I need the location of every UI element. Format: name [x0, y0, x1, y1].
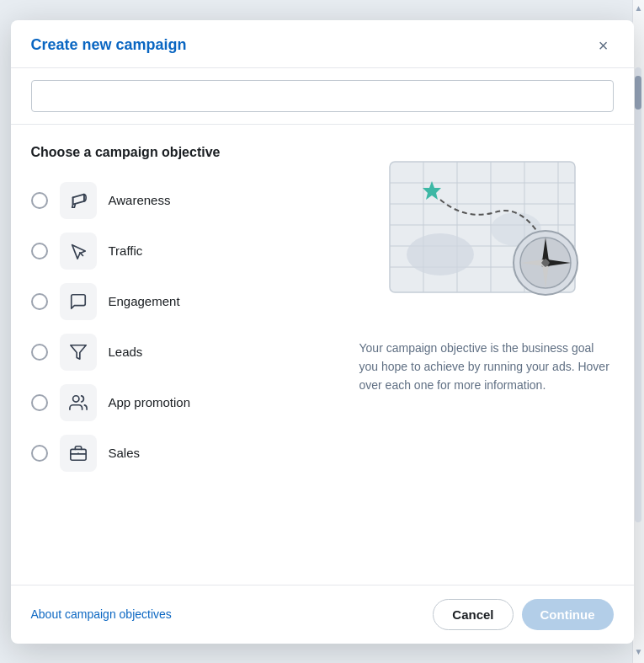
megaphone-icon — [69, 191, 88, 210]
section-title: Choose a campaign objective — [31, 145, 334, 160]
search-area — [11, 68, 634, 125]
modal-body: Choose a campaign objective — [11, 125, 634, 540]
objective-awareness[interactable]: Awareness — [31, 179, 334, 222]
campaign-illustration — [373, 153, 600, 322]
radio-traffic[interactable] — [31, 243, 48, 259]
scroll-up-arrow[interactable]: ▲ — [635, 0, 643, 16]
objective-leads[interactable]: Leads — [31, 330, 334, 374]
people-icon — [69, 393, 88, 412]
scroll-down-arrow[interactable]: ▼ — [635, 644, 643, 660]
create-campaign-modal: Create new campaign × Choose a campaign … — [11, 20, 634, 644]
right-column: Your campaign objective is the business … — [359, 145, 614, 520]
sales-label: Sales — [109, 446, 141, 460]
awareness-icon-box — [60, 182, 97, 219]
scrollbar-thumb[interactable] — [635, 76, 641, 110]
traffic-icon-box — [60, 233, 97, 270]
radio-awareness[interactable] — [31, 192, 48, 209]
close-button[interactable]: × — [593, 35, 614, 56]
filter-icon — [69, 343, 88, 361]
footer-buttons: Cancel Continue — [433, 599, 613, 630]
cursor-icon — [69, 242, 88, 260]
radio-leads[interactable] — [31, 344, 48, 361]
chat-icon — [69, 292, 88, 311]
objective-sales[interactable]: Sales — [31, 431, 334, 475]
modal-header: Create new campaign × — [11, 20, 634, 68]
objective-app-promotion[interactable]: App promotion — [31, 381, 334, 425]
svg-rect-2 — [70, 449, 85, 460]
engagement-label: Engagement — [109, 294, 180, 308]
app-promotion-label: App promotion — [109, 395, 191, 409]
modal-footer: About campaign objectives Cancel Continu… — [11, 585, 634, 644]
svg-point-1 — [72, 395, 78, 401]
svg-point-20 — [540, 258, 551, 268]
left-column: Choose a campaign objective — [31, 145, 334, 520]
svg-marker-0 — [70, 345, 85, 359]
objective-list: Awareness Traffic — [31, 179, 334, 475]
radio-sales[interactable] — [31, 445, 48, 462]
engagement-icon-box — [60, 283, 97, 320]
cancel-button[interactable]: Cancel — [433, 599, 513, 630]
modal-overlay: ▲ ▼ Create new campaign × Choose a campa… — [0, 0, 644, 663]
briefcase-icon — [69, 444, 88, 462]
app-promotion-icon-box — [60, 384, 97, 421]
leads-label: Leads — [109, 345, 143, 359]
objective-engagement[interactable]: Engagement — [31, 280, 334, 323]
scrollbar-edge: ▲ ▼ — [632, 0, 644, 663]
objective-traffic[interactable]: Traffic — [31, 229, 334, 273]
continue-button[interactable]: Continue — [522, 599, 614, 630]
about-campaign-link[interactable]: About campaign objectives — [31, 607, 172, 621]
modal-title: Create new campaign — [31, 36, 187, 54]
spacer — [11, 540, 634, 585]
radio-engagement[interactable] — [31, 293, 48, 310]
sales-icon-box — [60, 435, 97, 472]
search-box[interactable] — [31, 80, 614, 112]
scrollbar-track — [635, 67, 641, 522]
description-text: Your campaign objective is the business … — [359, 339, 614, 395]
svg-point-15 — [407, 233, 474, 275]
leads-icon-box — [60, 334, 97, 371]
traffic-label: Traffic — [109, 243, 143, 258]
radio-app-promotion[interactable] — [31, 394, 48, 411]
awareness-label: Awareness — [109, 193, 171, 207]
